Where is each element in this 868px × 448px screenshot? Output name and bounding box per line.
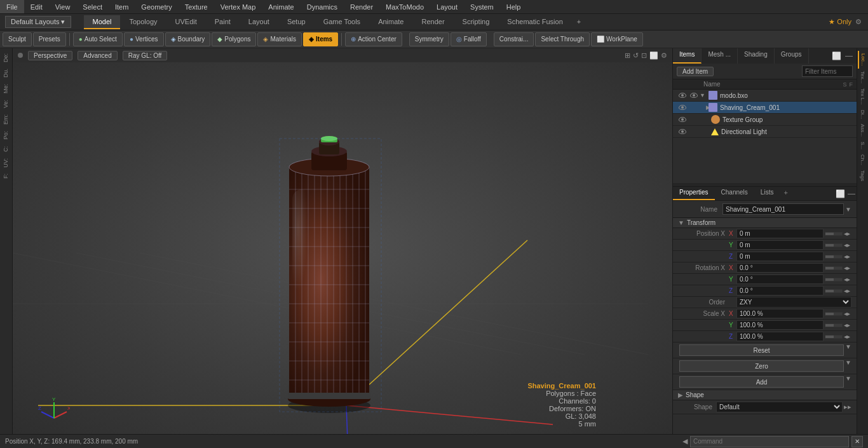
add-item-button[interactable]: Add Item xyxy=(677,67,714,76)
add-dropdown[interactable]: ▼ xyxy=(845,375,851,389)
raygl-button[interactable]: Ray GL: Off xyxy=(123,51,168,60)
presets-button[interactable]: Presets xyxy=(33,32,66,46)
menu-help[interactable]: Help xyxy=(500,0,527,13)
scale-x-adjust[interactable]: ◂▸ xyxy=(844,310,851,317)
layout-tab-schematic-fusion[interactable]: Schematic Fusion xyxy=(498,15,571,29)
shape-dropdown-arrow[interactable]: ▸▸ xyxy=(844,403,851,411)
add-button[interactable]: Add xyxy=(679,376,844,388)
right-tab-tags[interactable]: Tags xyxy=(858,168,867,184)
menu-geometry[interactable]: Geometry xyxy=(135,0,178,13)
order-select[interactable]: ZXY xyxy=(736,297,851,308)
list-item[interactable]: ▶ Shaving_Cream_001 xyxy=(673,102,857,114)
name-expand-icon[interactable]: ▼ xyxy=(845,206,851,213)
right-tab-di[interactable]: Di... xyxy=(858,107,867,121)
left-tab-de[interactable]: De: xyxy=(1,51,11,65)
left-tab-ve[interactable]: Ve: xyxy=(1,97,11,111)
viewport-toggle[interactable] xyxy=(18,53,23,58)
scale-x-input[interactable] xyxy=(736,309,824,318)
settings-icon[interactable]: ⚙ xyxy=(855,18,862,26)
tab-shading[interactable]: Shading xyxy=(738,48,775,64)
shape-section[interactable]: ▶ Shape xyxy=(673,390,857,400)
pos-z-input[interactable] xyxy=(736,252,824,261)
layout-tab-paint[interactable]: Paint xyxy=(206,15,240,29)
panel-collapse-icon[interactable]: — xyxy=(844,50,854,62)
menu-item[interactable]: Item xyxy=(109,0,135,13)
menu-maxtomodo[interactable]: MaxToModo xyxy=(379,0,430,13)
layout-selector[interactable]: Default Layouts ▾ xyxy=(5,16,71,28)
select-through-button[interactable]: Select Through xyxy=(535,32,590,46)
menu-texture[interactable]: Texture xyxy=(179,0,214,13)
pos-y-adjust[interactable]: ◂▸ xyxy=(844,241,851,248)
tab-channels[interactable]: Channels xyxy=(715,187,754,200)
pos-x-input[interactable] xyxy=(736,229,824,238)
status-arrow-left[interactable]: ◀ xyxy=(682,437,688,445)
auto-select-button[interactable]: ● Auto Select xyxy=(73,32,123,46)
props-expand-icon[interactable]: ⬜ xyxy=(834,188,846,200)
vis-toggle2[interactable] xyxy=(688,91,700,100)
props-collapse-icon[interactable]: — xyxy=(846,188,857,200)
layout-tab-scripting[interactable]: Scripting xyxy=(454,15,499,29)
vis-toggle[interactable] xyxy=(677,115,688,124)
pos-z-bar[interactable] xyxy=(825,255,843,259)
vis-toggle2[interactable] xyxy=(688,127,700,136)
zero-button[interactable]: Zero xyxy=(679,360,844,372)
layout-tab-setup[interactable]: Setup xyxy=(278,15,315,29)
rot-z-adjust[interactable]: ◂▸ xyxy=(844,287,851,294)
scale-y-bar[interactable] xyxy=(825,323,843,327)
name-input[interactable] xyxy=(722,203,844,215)
menu-layout[interactable]: Layout xyxy=(430,0,464,13)
menu-edit[interactable]: Edit xyxy=(24,0,49,13)
list-item[interactable]: Directional Light xyxy=(673,126,857,138)
vertices-button[interactable]: ● Vertices xyxy=(124,32,164,46)
scale-z-adjust[interactable]: ◂▸ xyxy=(844,333,851,340)
menu-view[interactable]: View xyxy=(49,0,77,13)
layout-tab-model[interactable]: Model xyxy=(84,15,121,29)
symmetry-button[interactable]: Symmetry xyxy=(409,32,449,46)
menu-file[interactable]: File xyxy=(0,0,24,13)
menu-select[interactable]: Select xyxy=(76,0,109,13)
add-layout-tab[interactable]: + xyxy=(572,15,586,29)
action-center-button[interactable]: ⊕ Action Center xyxy=(345,32,402,46)
pos-z-adjust[interactable]: ◂▸ xyxy=(844,253,851,260)
materials-button[interactable]: ◈ Materials xyxy=(257,32,302,46)
tab-lists[interactable]: Lists xyxy=(754,187,780,200)
shape-select[interactable]: Default xyxy=(716,402,843,412)
right-tab-texl[interactable]: Tex L... xyxy=(858,86,867,107)
vis-toggle[interactable] xyxy=(677,91,688,100)
left-tab-du[interactable]: Du. xyxy=(1,66,11,80)
polygons-button[interactable]: ◆ Polygons xyxy=(212,32,256,46)
layout-tab-uvedit[interactable]: UVEdit xyxy=(166,15,206,29)
menu-dynamics[interactable]: Dynamics xyxy=(301,0,344,13)
vis-toggle[interactable] xyxy=(677,103,688,112)
left-tab-c[interactable]: C: xyxy=(1,144,11,154)
tab-groups[interactable]: Groups xyxy=(775,48,809,64)
list-item[interactable]: Texture Group xyxy=(673,114,857,126)
layout-tab-animate[interactable]: Animate xyxy=(369,15,412,29)
viewport-icon1[interactable]: ⊞ xyxy=(625,51,630,60)
left-tab-uv[interactable]: UV: xyxy=(1,156,11,170)
command-clear-button[interactable]: ✕ xyxy=(851,436,863,447)
pos-x-bar[interactable] xyxy=(825,232,843,236)
filter-items-input[interactable] xyxy=(802,65,853,77)
scale-y-adjust[interactable]: ◂▸ xyxy=(844,322,851,329)
boundary-button[interactable]: ◈ Boundary xyxy=(165,32,211,46)
scale-z-input[interactable] xyxy=(736,332,824,341)
right-tab-s[interactable]: S... xyxy=(858,139,867,152)
reset-dropdown[interactable]: ▼ xyxy=(845,343,851,357)
rot-y-bar[interactable] xyxy=(825,278,843,282)
scale-y-input[interactable] xyxy=(736,320,824,330)
vis-toggle[interactable] xyxy=(677,127,688,136)
left-tab-me[interactable]: Me: xyxy=(1,81,11,96)
expand-toggle[interactable]: ▶ xyxy=(700,104,709,111)
rot-x-bar[interactable] xyxy=(825,266,843,270)
viewport-icon3[interactable]: ⊡ xyxy=(641,51,647,60)
right-tab-ch[interactable]: Ch... xyxy=(858,152,867,168)
rot-x-input[interactable] xyxy=(736,263,824,273)
menu-render[interactable]: Render xyxy=(344,0,379,13)
vis-toggle2[interactable] xyxy=(688,103,700,112)
layout-tab-render[interactable]: Render xyxy=(412,15,453,29)
vis-toggle2[interactable] xyxy=(688,115,700,124)
left-tab-f[interactable]: F: xyxy=(1,171,11,181)
layout-tab-topology[interactable]: Topology xyxy=(120,15,166,29)
command-input[interactable] xyxy=(690,436,849,447)
